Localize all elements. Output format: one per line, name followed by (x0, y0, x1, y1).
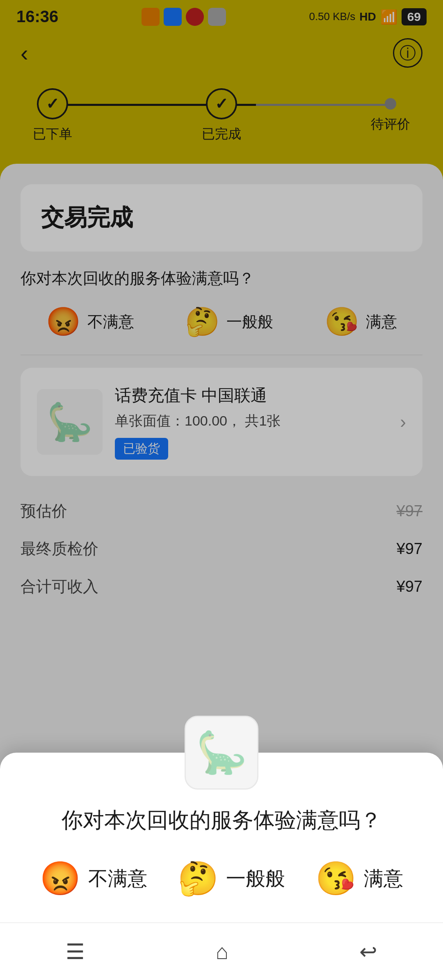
transaction-card: 交易完成 (21, 184, 422, 252)
step-circle-1: ✓ (37, 88, 68, 119)
nav-menu-button[interactable]: ☰ (66, 939, 85, 964)
progress-track: ✓ 已下单 ✓ 已完成 待评价 (33, 88, 410, 143)
product-dino-icon: 🦕 (47, 401, 93, 444)
status-bar: 16:36 0.50 KB/s HD 📶 69 (0, 0, 443, 30)
app4-icon (208, 8, 226, 26)
satisfaction-question-bg: 你对本次回收的服务体验满意吗？ (21, 268, 422, 289)
satisfaction-options-bg: 😡 不满意 🤔 一般般 😘 满意 (21, 305, 422, 338)
signal-icon: 📶 (380, 9, 397, 25)
satisfaction-section-bg: 你对本次回收的服务体验满意吗？ 😡 不满意 🤔 一般般 😘 满意 (21, 268, 422, 338)
product-name: 话费充值卡 中国联通 (115, 384, 388, 407)
product-row: 🦕 话费充值卡 中国联通 单张面值：100.00， 共1张 已验货 › (37, 384, 406, 460)
price-value-total: ¥97 (397, 578, 422, 595)
bottom-option-unsatisfied[interactable]: 😡 不满意 (40, 859, 147, 898)
step-label-2: 已完成 (202, 125, 241, 143)
label-neutral-bg: 一般般 (226, 311, 273, 332)
product-arrow-icon[interactable]: › (400, 412, 406, 432)
step-pending: 待评价 (371, 98, 410, 133)
price-row-estimate: 预估价 ¥97 (21, 492, 422, 530)
product-image: 🦕 (37, 389, 103, 455)
emoji-neutral-bg: 🤔 (185, 305, 220, 338)
step-label-1: 已下单 (33, 125, 72, 143)
product-badge: 已验货 (115, 438, 168, 460)
status-time: 16:36 (16, 7, 58, 26)
bottom-emoji-neutral: 🤔 (178, 859, 219, 898)
price-section: 预估价 ¥97 最终质检价 ¥97 合计可收入 ¥97 (21, 492, 422, 605)
bottom-sheet-dino-icon: 🦕 (196, 728, 247, 777)
back-button[interactable]: ‹ (21, 40, 28, 66)
info-icon: ⓘ (400, 42, 416, 64)
label-satisfied-bg: 满意 (366, 311, 397, 332)
price-row-final: 最终质检价 ¥97 (21, 530, 422, 568)
top-nav: ‹ ⓘ (0, 30, 443, 76)
option-neutral-bg[interactable]: 🤔 一般般 (185, 305, 273, 338)
price-value-estimate: ¥97 (397, 502, 422, 520)
battery-level: 69 (402, 8, 427, 25)
price-label-final: 最终质检价 (21, 538, 98, 559)
bottom-label-satisfied: 满意 (364, 866, 403, 892)
bottom-label-neutral: 一般般 (226, 866, 285, 892)
emoji-satisfied-bg: 😘 (324, 305, 359, 338)
price-label-estimate: 预估价 (21, 501, 67, 522)
bottom-sheet-icon-wrap: 🦕 (185, 716, 258, 790)
label-unsatisfied-bg: 不满意 (87, 311, 134, 332)
bottom-sheet: 🦕 你对本次回收的服务体验满意吗？ 😡 不满意 🤔 一般般 😘 满意 (0, 753, 443, 923)
product-info: 话费充值卡 中国联通 单张面值：100.00， 共1张 已验货 (115, 384, 388, 460)
progress-section: ✓ 已下单 ✓ 已完成 待评价 (0, 76, 443, 164)
info-button[interactable]: ⓘ (393, 38, 422, 68)
price-value-final: ¥97 (397, 540, 422, 558)
step-ordered: ✓ 已下单 (33, 88, 72, 143)
option-unsatisfied-bg[interactable]: 😡 不满意 (46, 305, 134, 338)
bottom-options: 😡 不满意 🤔 一般般 😘 满意 (25, 859, 418, 923)
bottom-label-unsatisfied: 不满意 (88, 866, 147, 892)
price-label-total: 合计可收入 (21, 576, 98, 597)
bottom-option-neutral[interactable]: 🤔 一般般 (178, 859, 285, 898)
network-speed: 0.50 KB/s (309, 10, 355, 23)
alipay-icon (164, 8, 182, 26)
bottom-option-satisfied[interactable]: 😘 满意 (315, 859, 403, 898)
price-row-total: 合计可收入 ¥97 (21, 568, 422, 605)
step-circle-3 (385, 98, 396, 110)
emoji-unsatisfied-bg: 😡 (46, 305, 81, 338)
step-circle-2: ✓ (206, 88, 237, 119)
transaction-title: 交易完成 (41, 204, 133, 230)
app3-icon (186, 8, 204, 26)
bottom-emoji-unsatisfied: 😡 (40, 859, 81, 898)
step-label-3: 待评价 (371, 115, 410, 133)
nav-home-button[interactable]: ⌂ (216, 939, 228, 964)
product-detail: 单张面值：100.00， 共1张 (115, 412, 388, 430)
bottom-emoji-satisfied: 😘 (315, 859, 356, 898)
status-right: 0.50 KB/s HD 📶 69 (309, 8, 427, 25)
option-satisfied-bg[interactable]: 😘 满意 (324, 305, 397, 338)
taobao-icon (142, 8, 160, 26)
divider (21, 355, 422, 355)
app-icons (142, 8, 226, 26)
product-section: 🦕 话费充值卡 中国联通 单张面值：100.00， 共1张 已验货 › (21, 368, 422, 476)
nav-back-button[interactable]: ↩ (359, 939, 377, 964)
hd-badge: HD (359, 10, 376, 23)
bottom-nav: ☰ ⌂ ↩ (0, 923, 443, 980)
step-completed: ✓ 已完成 (202, 88, 241, 143)
